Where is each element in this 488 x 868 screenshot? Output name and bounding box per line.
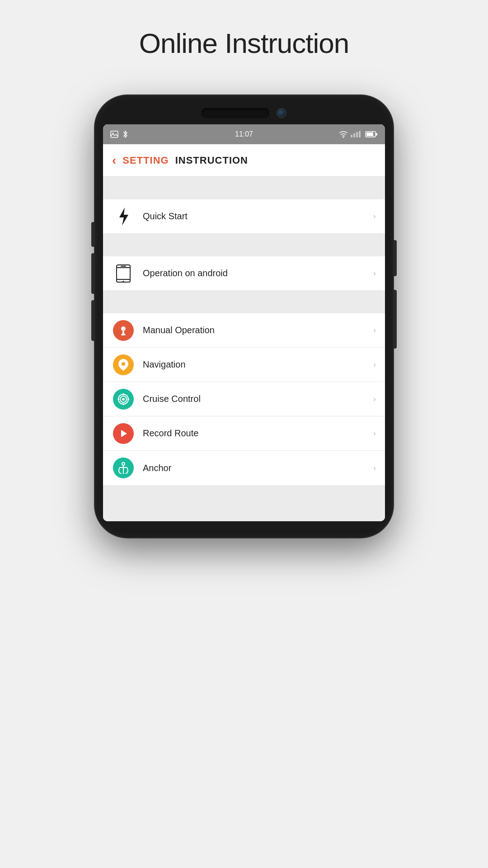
- status-time: 11:07: [235, 130, 253, 138]
- navigation-icon-wrap: [112, 354, 135, 376]
- anchor-icon-wrap: [112, 457, 135, 479]
- section-gap-2: [103, 234, 385, 256]
- record-route-item[interactable]: Record Route ›: [103, 416, 385, 451]
- operation-android-icon-wrap: [112, 262, 135, 285]
- anchor-chevron: ›: [373, 463, 376, 473]
- operation-android-label: Operation on android: [143, 268, 373, 278]
- svg-rect-6: [359, 131, 361, 137]
- location-pin-icon: [118, 359, 128, 371]
- svg-rect-5: [356, 132, 358, 137]
- signal-icon: [351, 131, 362, 137]
- lightning-icon: [116, 208, 131, 226]
- manual-operation-icon: [113, 320, 134, 341]
- navigation-icon: [113, 354, 134, 375]
- bluetooth-icon: [122, 130, 128, 138]
- record-route-icon-wrap: [112, 422, 135, 445]
- quick-start-label: Quick Start: [143, 211, 373, 222]
- target-icon: [117, 393, 129, 405]
- volume-buttons: [91, 222, 95, 341]
- vol-btn-1: [91, 222, 95, 247]
- svg-point-17: [121, 326, 126, 331]
- cruise-control-icon-wrap: [112, 388, 135, 410]
- svg-rect-4: [353, 133, 355, 137]
- record-route-icon: [113, 423, 134, 444]
- anchor-icon: [113, 458, 134, 478]
- page-wrapper: Online Instruction: [0, 0, 488, 868]
- navigation-item[interactable]: Navigation ›: [103, 348, 385, 382]
- svg-marker-28: [121, 430, 127, 437]
- navigation-label: Navigation: [143, 359, 373, 370]
- quick-start-icon-wrap: [112, 205, 135, 228]
- svg-point-2: [343, 137, 344, 138]
- svg-marker-11: [119, 208, 128, 226]
- android-device-icon: [114, 263, 132, 284]
- operation-android-item[interactable]: Operation on android ›: [103, 256, 385, 291]
- status-bar: 11:07: [103, 124, 385, 144]
- manual-operation-label: Manual Operation: [143, 325, 373, 335]
- cruise-control-chevron: ›: [373, 394, 376, 404]
- cruise-control-icon: [113, 389, 134, 410]
- quick-start-item[interactable]: Quick Start ›: [103, 199, 385, 234]
- battery-icon: [365, 131, 378, 138]
- app-header: ‹ SETTING INSTRUCTION: [103, 144, 385, 177]
- phone-shell: 11:07: [95, 95, 393, 538]
- svg-point-15: [123, 281, 124, 282]
- svg-point-23: [122, 398, 125, 401]
- anchor-label: Anchor: [143, 463, 373, 473]
- anchor-item[interactable]: Anchor ›: [103, 451, 385, 485]
- svg-point-29: [122, 462, 125, 465]
- navigation-chevron: ›: [373, 360, 376, 369]
- operation-android-chevron: ›: [373, 269, 376, 278]
- manual-operation-item[interactable]: Manual Operation ›: [103, 313, 385, 348]
- svg-rect-3: [351, 135, 352, 137]
- quick-start-chevron: ›: [373, 212, 376, 221]
- svg-point-20: [122, 362, 125, 366]
- status-left: [110, 130, 128, 138]
- joystick-icon: [117, 325, 129, 336]
- play-icon: [118, 429, 128, 439]
- image-icon: [110, 131, 118, 138]
- cruise-control-label: Cruise Control: [143, 394, 373, 404]
- manual-operation-icon-wrap: [112, 319, 135, 342]
- section-gap-bottom: [103, 485, 385, 521]
- vol-btn-3: [91, 300, 95, 341]
- vol-btn-2: [91, 253, 95, 294]
- camera: [277, 108, 286, 118]
- record-route-chevron: ›: [373, 429, 376, 438]
- header-setting-label[interactable]: SETTING: [122, 155, 169, 166]
- phone-top-bar: [103, 108, 385, 118]
- status-right: [339, 131, 378, 138]
- svg-rect-8: [366, 132, 373, 136]
- header-title-label: INSTRUCTION: [175, 155, 248, 166]
- svg-rect-16: [121, 266, 126, 267]
- speaker: [202, 108, 269, 118]
- manual-operation-chevron: ›: [373, 326, 376, 335]
- section-gap-3: [103, 291, 385, 313]
- section-gap-1: [103, 177, 385, 199]
- svg-point-19: [121, 334, 126, 335]
- record-route-label: Record Route: [143, 428, 373, 439]
- anchor-symbol-icon: [118, 462, 129, 474]
- cruise-control-item[interactable]: Cruise Control ›: [103, 382, 385, 416]
- svg-rect-0: [111, 131, 118, 137]
- svg-rect-9: [376, 133, 377, 136]
- page-title: Online Instruction: [139, 27, 349, 59]
- wifi-icon: [339, 131, 348, 138]
- back-arrow-icon[interactable]: ‹: [112, 154, 116, 167]
- screen: 11:07: [103, 124, 385, 521]
